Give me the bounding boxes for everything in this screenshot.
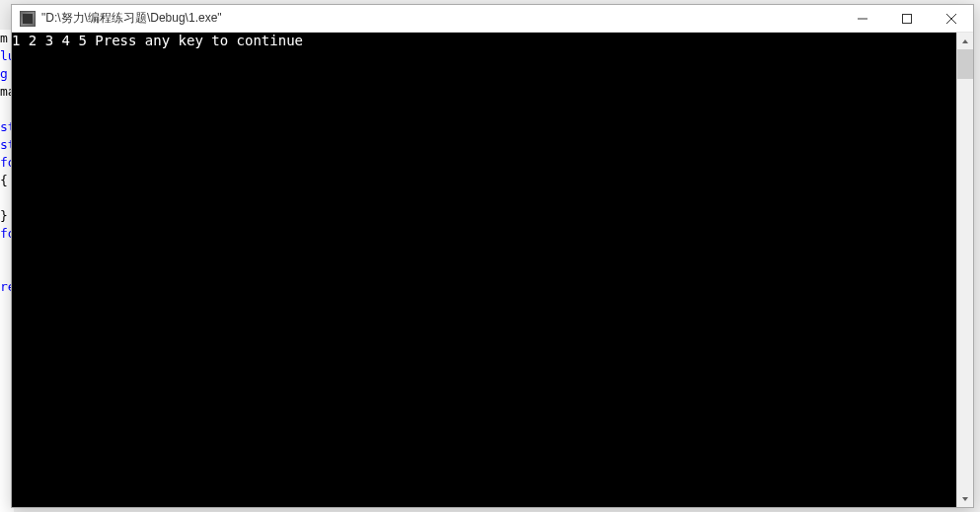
close-icon	[946, 14, 956, 24]
svg-marker-4	[962, 39, 968, 43]
scrollbar-thumb[interactable]	[957, 49, 973, 79]
svg-rect-1	[902, 14, 911, 23]
app-icon	[20, 11, 36, 27]
titlebar[interactable]: "D:\努力\编程练习题\Debug\1.exe"	[12, 5, 973, 33]
console-window: "D:\努力\编程练习题\Debug\1.exe" 1 2 3 4 5 Pres…	[11, 4, 974, 508]
maximize-icon	[902, 14, 912, 24]
console-body: 1 2 3 4 5 Press any key to continue	[12, 33, 973, 507]
scrollbar-down-button[interactable]	[957, 490, 973, 507]
window-controls	[840, 5, 973, 32]
minimize-icon	[858, 14, 867, 24]
console-output[interactable]: 1 2 3 4 5 Press any key to continue	[12, 33, 956, 507]
window-title: "D:\努力\编程练习题\Debug\1.exe"	[41, 10, 840, 27]
minimize-button[interactable]	[840, 5, 884, 32]
maximize-button[interactable]	[884, 5, 929, 32]
close-button[interactable]	[929, 5, 973, 32]
svg-marker-5	[962, 497, 968, 501]
scrollbar-track[interactable]	[957, 49, 973, 490]
chevron-down-icon	[961, 495, 969, 503]
scrollbar-up-button[interactable]	[957, 33, 973, 49]
vertical-scrollbar[interactable]	[956, 33, 973, 507]
chevron-up-icon	[961, 37, 969, 45]
